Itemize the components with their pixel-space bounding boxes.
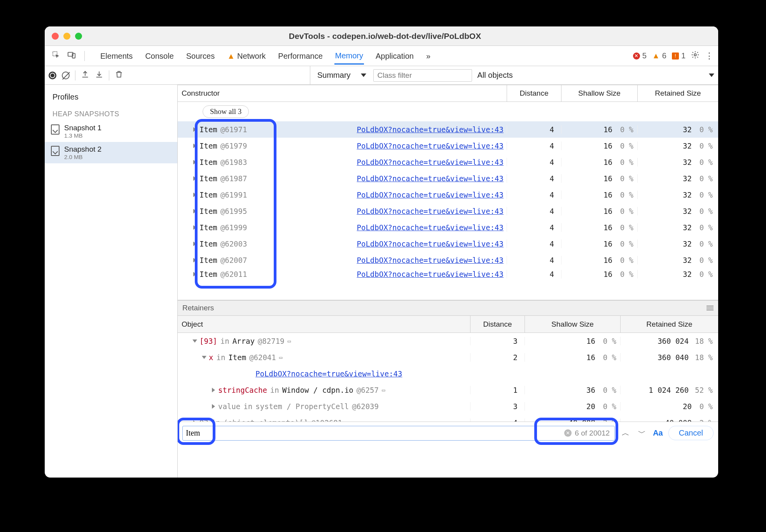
tab-application[interactable]: Application (375, 47, 414, 65)
retainer-type: Window / cdpn.io (282, 386, 353, 394)
retainer-id: @102681 (311, 418, 342, 422)
expand-icon[interactable] (193, 242, 196, 246)
source-link[interactable]: PoLdbOX?nocache=true&view=live:43 (357, 223, 504, 232)
tab-sources[interactable]: Sources (185, 47, 215, 65)
search-input[interactable] (186, 429, 564, 438)
retainers-menu-icon[interactable] (707, 306, 714, 310)
constructor-row[interactable]: Item @62003PoLdbOX?nocache=true&view=liv… (178, 236, 718, 252)
constructor-row[interactable]: Item @61995PoLdbOX?nocache=true&view=liv… (178, 203, 718, 219)
col-distance[interactable]: Distance (507, 85, 561, 102)
cell-shallow-value: 16 (603, 223, 612, 232)
inspect-element-icon[interactable] (52, 51, 60, 61)
constructor-row[interactable]: Item @61999PoLdbOX?nocache=true&view=liv… (178, 219, 718, 236)
retainer-row[interactable]: value in system / PropertyCell @62039320… (178, 398, 718, 415)
collapse-icon[interactable] (202, 356, 206, 359)
tabs-overflow[interactable]: » (425, 47, 431, 65)
trash-icon[interactable] (115, 70, 123, 80)
retainer-in: in (212, 418, 220, 422)
col-retained-r[interactable]: Retained Size (620, 316, 718, 332)
download-icon[interactable] (95, 70, 103, 80)
search-bar: ✕ 6 of 20012 ︿ ﹀ Aa Cancel (178, 422, 718, 444)
expand-icon[interactable] (193, 160, 196, 164)
cell-shallow-pct: 0 % (619, 256, 633, 264)
object-id: @61979 (220, 142, 247, 150)
source-link[interactable]: PoLdbOX?nocache=true&view=live:43 (357, 174, 504, 183)
source-link[interactable]: PoLdbOX?nocache=true&view=live:43 (357, 207, 504, 215)
tab-network[interactable]: ▲Network (226, 47, 266, 65)
snapshot-2[interactable]: Snapshot 22.0 MB (45, 142, 177, 163)
retainer-row[interactable]: stringCache in Window / cdpn.io @6257 ▭1… (178, 382, 718, 398)
source-link[interactable]: PoLdbOX?nocache=true&view=live:43 (357, 125, 504, 134)
close-window-button[interactable] (52, 33, 59, 40)
show-all-button[interactable]: Show all 3 (203, 105, 249, 118)
expand-icon[interactable] (193, 225, 196, 230)
col-constructor[interactable]: Constructor (178, 89, 507, 98)
search-prev-icon[interactable]: ︿ (620, 428, 631, 438)
constructor-row[interactable]: Item @61971PoLdbOX?nocache=true&view=liv… (178, 121, 718, 138)
warning-count[interactable]: ▲6 (652, 51, 666, 60)
retainers-bar: Retainers (178, 300, 718, 316)
constructor-row[interactable]: Item @62011PoLdbOX?nocache=true&view=liv… (178, 268, 718, 280)
tab-elements[interactable]: Elements (100, 47, 133, 65)
cancel-button[interactable]: Cancel (668, 426, 714, 440)
error-count[interactable]: ✕5 (633, 51, 647, 60)
expand-icon[interactable] (193, 258, 196, 262)
retainer-key: 93 (199, 418, 208, 422)
tab-performance[interactable]: Performance (277, 47, 324, 65)
clear-button[interactable] (62, 72, 70, 79)
constructor-row[interactable]: Item @61987PoLdbOX?nocache=true&view=liv… (178, 170, 718, 187)
source-link[interactable]: PoLdbOX?nocache=true&view=live:43 (357, 270, 504, 278)
settings-icon[interactable] (691, 51, 700, 61)
retainers-label: Retainers (182, 304, 214, 312)
expand-icon[interactable] (193, 192, 196, 197)
snapshot-1[interactable]: Snapshot 11.3 MB (45, 121, 177, 142)
cell-retained-pct: 0 % (698, 174, 713, 183)
expand-icon[interactable] (193, 209, 196, 214)
cell-retained-pct: 0 % (698, 240, 713, 248)
col-object[interactable]: Object (178, 320, 470, 329)
expand-icon[interactable] (193, 144, 196, 148)
constructor-row[interactable]: Item @62007PoLdbOX?nocache=true&view=liv… (178, 252, 718, 268)
main-pane: Constructor Distance Shallow Size Retain… (178, 85, 718, 478)
retainer-row[interactable]: 93 in (object elements)[] @102681440 008… (178, 415, 718, 422)
record-button[interactable] (49, 72, 56, 79)
source-link[interactable]: PoLdbOX?nocache=true&view=live:43 (357, 240, 504, 248)
upload-icon[interactable] (81, 70, 89, 80)
source-link[interactable]: PoLdbOX?nocache=true&view=live:43 (357, 142, 504, 150)
constructor-row[interactable]: Item @61991PoLdbOX?nocache=true&view=liv… (178, 187, 718, 203)
expand-icon[interactable] (193, 272, 196, 276)
device-toolbar-icon[interactable] (67, 51, 76, 61)
issue-count[interactable]: !1 (672, 51, 686, 60)
dropdown-icon[interactable] (709, 74, 714, 77)
retainer-row[interactable]: [93] in Array @82719 ▭3160 %360 02418 % (178, 333, 718, 349)
object-id: @61983 (220, 158, 247, 166)
tab-console[interactable]: Console (144, 47, 174, 65)
col-shallow-size[interactable]: Shallow Size (561, 85, 637, 102)
col-shallow-r[interactable]: Shallow Size (525, 316, 620, 332)
all-objects-dropdown[interactable]: All objects (477, 71, 513, 80)
retainer-id: @82719 (258, 337, 285, 345)
collapse-icon[interactable] (192, 340, 197, 343)
constructor-row[interactable]: Item @61983PoLdbOX?nocache=true&view=liv… (178, 154, 718, 170)
clear-search-icon[interactable]: ✕ (564, 429, 572, 437)
source-link[interactable]: PoLdbOX?nocache=true&view=live:43 (357, 256, 504, 264)
col-retained-size[interactable]: Retained Size (637, 85, 718, 102)
kebab-menu-icon[interactable]: ⋮ (705, 51, 714, 61)
expand-icon[interactable] (212, 404, 215, 409)
col-distance-r[interactable]: Distance (470, 316, 525, 332)
cell-retained-pct: 18 % (695, 353, 713, 362)
search-input-box[interactable]: ✕ 6 of 20012 (182, 426, 615, 441)
source-link[interactable]: PoLdbOX?nocache=true&view=live:43 (255, 369, 402, 378)
search-next-icon[interactable]: ﹀ (637, 428, 647, 438)
match-case-toggle[interactable]: Aa (653, 429, 663, 438)
expand-icon[interactable] (193, 127, 196, 132)
expand-icon[interactable] (212, 388, 215, 392)
source-link[interactable]: PoLdbOX?nocache=true&view=live:43 (357, 158, 504, 166)
expand-icon[interactable] (193, 176, 196, 181)
retainer-row[interactable]: x in Item @62041 ▭2160 %360 04018 % (178, 349, 718, 366)
source-link[interactable]: PoLdbOX?nocache=true&view=live:43 (357, 191, 504, 199)
constructor-row[interactable]: Item @61979PoLdbOX?nocache=true&view=liv… (178, 138, 718, 154)
summary-dropdown[interactable]: Summary (316, 71, 368, 80)
tab-memory[interactable]: Memory (334, 47, 364, 65)
class-filter-input[interactable] (373, 69, 472, 82)
